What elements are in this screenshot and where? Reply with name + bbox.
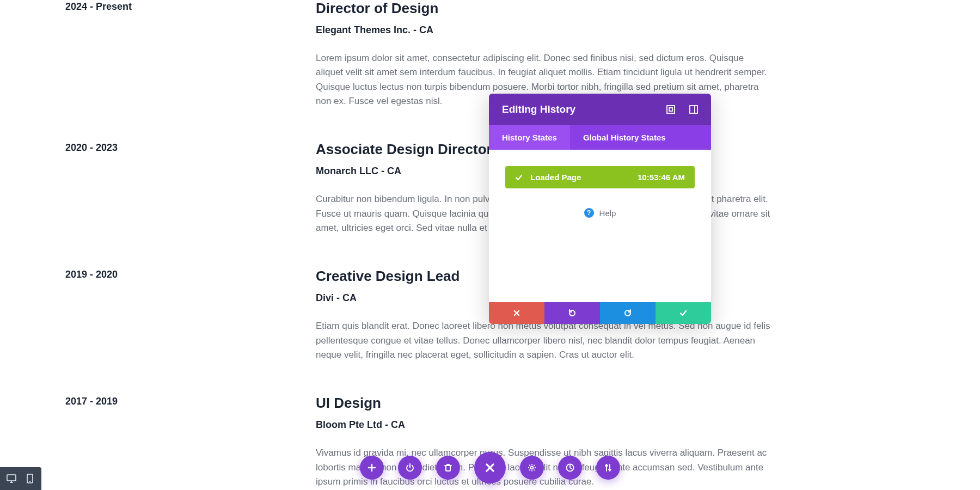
dock-icon[interactable] bbox=[689, 105, 698, 114]
mobile-view-icon[interactable] bbox=[23, 471, 37, 486]
help-icon: ? bbox=[584, 208, 594, 218]
history-button[interactable] bbox=[558, 456, 582, 480]
job-description: Etiam quis blandit erat. Donec laoreet l… bbox=[316, 319, 773, 362]
svg-rect-2 bbox=[690, 106, 697, 113]
builder-actions bbox=[360, 452, 620, 483]
settings-button[interactable] bbox=[520, 456, 544, 480]
redo-button[interactable] bbox=[600, 302, 656, 324]
history-item-label: Loaded Page bbox=[530, 173, 630, 182]
history-state-item[interactable]: Loaded Page 10:53:46 AM bbox=[505, 166, 695, 188]
panel-title: Editing History bbox=[502, 103, 575, 115]
desktop-view-icon[interactable] bbox=[4, 471, 19, 486]
tab-history-states[interactable]: History States bbox=[489, 125, 570, 150]
job-content: Director of Design Elegant Themes Inc. -… bbox=[316, 0, 773, 108]
history-item-time: 10:53:46 AM bbox=[638, 173, 685, 182]
confirm-button[interactable] bbox=[656, 302, 711, 324]
delete-button[interactable] bbox=[436, 456, 460, 480]
panel-footer bbox=[489, 302, 711, 324]
viewport-toggles bbox=[0, 467, 41, 490]
job-date: 2020 - 2023 bbox=[65, 141, 316, 235]
job-date: 2024 - Present bbox=[65, 0, 316, 108]
check-icon bbox=[515, 174, 523, 181]
job-date: 2017 - 2019 bbox=[65, 395, 316, 489]
panel-header: Editing History bbox=[489, 94, 711, 125]
job-date: 2019 - 2020 bbox=[65, 268, 316, 362]
power-button[interactable] bbox=[398, 456, 422, 480]
job-company: Bloom Pte Ltd - CA bbox=[316, 419, 773, 431]
job-entry: 2024 - Present Director of Design Elegan… bbox=[65, 0, 915, 108]
expand-icon[interactable] bbox=[666, 105, 675, 114]
tab-global-history-states[interactable]: Global History States bbox=[570, 125, 679, 150]
undo-button[interactable] bbox=[544, 302, 600, 324]
svg-rect-6 bbox=[7, 475, 16, 481]
cancel-button[interactable] bbox=[489, 302, 544, 324]
job-company: Elegant Themes Inc. - CA bbox=[316, 24, 773, 36]
svg-point-16 bbox=[531, 467, 534, 469]
close-builder-button[interactable] bbox=[474, 452, 506, 483]
help-label: Help bbox=[599, 209, 616, 218]
job-title: Director of Design bbox=[316, 0, 773, 17]
panel-body: Loaded Page 10:53:46 AM ? Help bbox=[489, 150, 711, 302]
editing-history-panel[interactable]: Editing History History States Global Hi… bbox=[489, 94, 711, 324]
layers-button[interactable] bbox=[596, 456, 620, 480]
add-button[interactable] bbox=[360, 456, 384, 480]
job-title: UI Design bbox=[316, 395, 773, 412]
panel-header-actions bbox=[666, 105, 698, 114]
panel-tabs: History States Global History States bbox=[489, 125, 711, 150]
svg-rect-0 bbox=[667, 106, 675, 113]
help-link[interactable]: ? Help bbox=[505, 208, 695, 218]
svg-rect-1 bbox=[669, 108, 672, 111]
